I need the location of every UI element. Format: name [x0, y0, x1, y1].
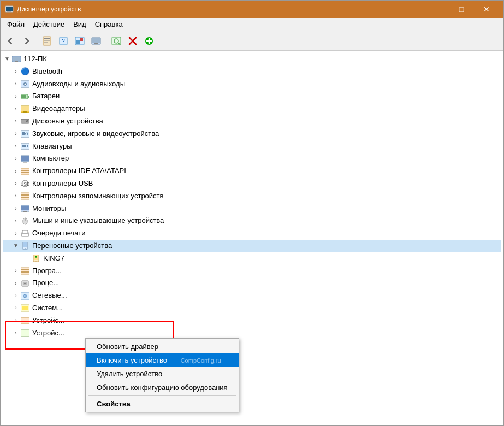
keyboard-icon	[20, 142, 30, 151]
mice-arrow[interactable]: ›	[11, 217, 20, 226]
add-button[interactable]	[141, 33, 157, 49]
tree-item-print[interactable]: › Очереди печати	[3, 227, 501, 240]
maximize-button[interactable]: □	[449, 1, 474, 18]
programs-icon	[20, 267, 30, 275]
disk-arrow[interactable]: ›	[11, 117, 20, 126]
tree-item-system[interactable]: › Систем...	[3, 302, 501, 315]
update-driver-toolbar-button[interactable]: ?	[56, 33, 71, 49]
svg-rect-65	[22, 234, 28, 236]
sound-arrow[interactable]: ›	[11, 129, 20, 138]
ctx-properties[interactable]: Свойства	[86, 397, 239, 411]
devices1-label: Устройс...	[32, 315, 64, 327]
tree-item-video[interactable]: › Видеоадаптеры	[3, 103, 501, 115]
tree-item-battery[interactable]: › Батареи	[3, 90, 501, 103]
tree-item-computer[interactable]: › Компьютер	[3, 152, 501, 165]
tree-root[interactable]: ▼ 112-ПК	[3, 53, 501, 66]
audio-label: Аудиовходы и аудиовыходы	[32, 79, 125, 90]
print-arrow[interactable]: ›	[11, 229, 20, 238]
svg-rect-5	[44, 40, 50, 41]
svg-rect-64	[22, 230, 28, 233]
video-arrow[interactable]: ›	[11, 105, 20, 114]
tree-item-portable[interactable]: ▼ Переносные устройства	[3, 240, 501, 252]
portable-label: Переносные устройства	[32, 240, 112, 252]
root-icon	[11, 55, 21, 63]
svg-rect-4	[44, 38, 50, 39]
programs-arrow[interactable]: ›	[11, 267, 20, 275]
computer-arrow[interactable]: ›	[11, 155, 20, 163]
mice-icon	[20, 217, 30, 226]
root-arrow[interactable]: ▼	[3, 55, 11, 63]
device-manager-window: Диспетчер устройств — □ ✕ Файл Действие …	[0, 0, 504, 426]
battery-arrow[interactable]: ›	[11, 92, 20, 101]
svg-rect-11	[80, 38, 83, 41]
delete-button[interactable]	[125, 33, 140, 49]
tree-item-king7[interactable]: KING7	[3, 252, 501, 265]
svg-rect-24	[15, 61, 18, 62]
tree-item-bluetooth[interactable]: › 🔵 Bluetooth	[3, 66, 501, 78]
svg-rect-30	[21, 95, 26, 98]
sound-label: Звуковые, игровые и видеоустройства	[32, 128, 159, 140]
close-button[interactable]: ✕	[474, 1, 499, 18]
window-icon	[5, 5, 14, 14]
tree-item-disk[interactable]: › Дисковые устройства	[3, 115, 501, 128]
svg-rect-86	[21, 330, 29, 336]
processors-arrow[interactable]: ›	[11, 279, 20, 288]
menu-action[interactable]: Действие	[29, 19, 69, 29]
tree-item-ide[interactable]: › Контроллеры IDE ATA/ATAPI	[3, 165, 501, 177]
ctx-scan-hardware[interactable]: Обновить конфигурацию оборудования	[86, 381, 239, 394]
tree-item-devices2[interactable]: › Устройс...	[3, 327, 501, 340]
menu-help[interactable]: Справка	[91, 19, 127, 29]
back-button[interactable]	[3, 33, 18, 49]
svg-rect-42	[25, 145, 26, 146]
menu-file[interactable]: Файл	[3, 19, 29, 29]
devices2-arrow[interactable]: ›	[11, 329, 20, 338]
ctx-update-driver[interactable]: Обновить драйвер	[86, 340, 239, 353]
ide-arrow[interactable]: ›	[11, 167, 20, 176]
network-arrow[interactable]: ›	[11, 292, 20, 300]
tree-item-devices1[interactable]: › Устройс...	[3, 315, 501, 327]
battery-icon	[20, 92, 30, 101]
minimize-button[interactable]: —	[424, 1, 449, 18]
properties-button[interactable]	[39, 33, 55, 49]
svg-rect-57	[21, 197, 29, 198]
keyboard-arrow[interactable]: ›	[11, 142, 20, 151]
forward-button[interactable]	[19, 33, 34, 49]
tree-item-usb[interactable]: › USB Контроллеры USB	[3, 177, 501, 190]
bluetooth-arrow[interactable]: ›	[11, 67, 20, 76]
tree-item-audio[interactable]: › Аудиовходы и аудиовыходы	[3, 78, 501, 91]
show-hidden-button[interactable]	[88, 33, 104, 49]
storage-icon	[20, 192, 30, 200]
ctx-uninstall-device[interactable]: Удалить устройство	[86, 367, 239, 381]
tree-item-mice[interactable]: › Мыши и иные указывающие устройства	[3, 215, 501, 227]
devices1-arrow[interactable]: ›	[11, 316, 20, 325]
title-bar: Диспетчер устройств — □ ✕	[1, 1, 503, 18]
svg-point-72	[35, 256, 37, 258]
processors-icon	[20, 279, 30, 288]
svg-rect-23	[13, 57, 20, 61]
tree-item-network[interactable]: › Сетевые...	[3, 289, 501, 302]
help-button[interactable]	[72, 33, 87, 49]
usb-arrow[interactable]: ›	[11, 179, 20, 188]
root-label: 112-ПК	[23, 54, 47, 65]
disk-icon	[20, 117, 30, 126]
scan-button[interactable]	[109, 33, 124, 49]
system-arrow[interactable]: ›	[11, 304, 20, 312]
tree-item-storage[interactable]: › Контроллеры запоминающих устройств	[3, 190, 501, 203]
svg-rect-59	[21, 206, 29, 210]
svg-rect-40	[22, 145, 23, 146]
ctx-enable-device[interactable]: Включить устройство CompConfig.ru	[86, 353, 239, 367]
portable-arrow[interactable]: ▼	[11, 241, 20, 250]
tree-item-sound[interactable]: › Звуковые, игровые и видеоустройства	[3, 128, 501, 140]
svg-rect-50	[21, 168, 29, 175]
tree-item-programs[interactable]: › Програ...	[3, 265, 501, 277]
tree-item-monitors[interactable]: › Мониторы	[3, 203, 501, 215]
tree-item-keyboard[interactable]: › Клавиатуры	[3, 140, 501, 153]
tree-item-processors[interactable]: › Проце...	[3, 277, 501, 289]
window-title: Диспетчер устройств	[17, 5, 424, 13]
monitors-arrow[interactable]: ›	[11, 204, 20, 213]
menu-view[interactable]: Вид	[69, 19, 91, 29]
svg-rect-44	[22, 146, 23, 147]
storage-arrow[interactable]: ›	[11, 192, 20, 200]
audio-arrow[interactable]: ›	[11, 80, 20, 88]
svg-point-27	[25, 83, 26, 85]
